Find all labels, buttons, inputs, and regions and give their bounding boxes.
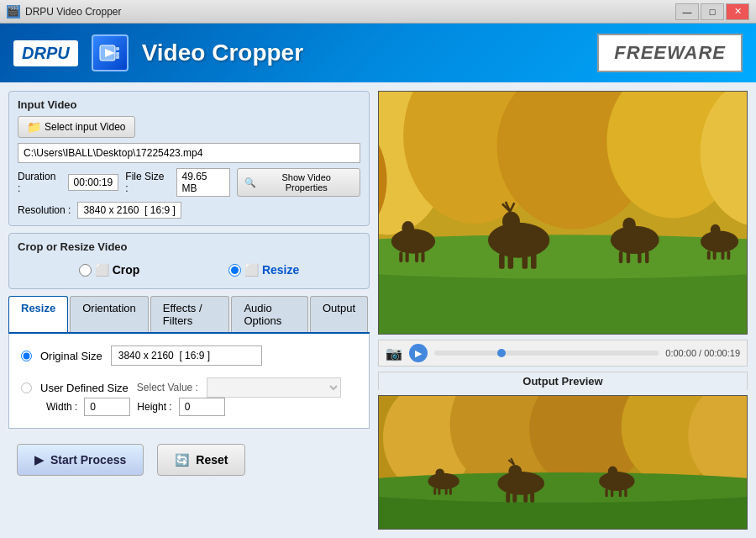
progress-bar[interactable] — [434, 351, 659, 356]
input-scene-svg — [379, 92, 747, 334]
svg-point-17 — [502, 212, 520, 232]
output-preview-label: Output Preview — [378, 372, 748, 390]
crop-radio[interactable] — [79, 264, 92, 277]
close-button[interactable]: ✕ — [726, 3, 749, 20]
svg-rect-61 — [523, 493, 528, 503]
svg-rect-67 — [438, 488, 440, 495]
resize-option[interactable]: ⬜ Resize — [228, 263, 299, 277]
svg-point-27 — [402, 221, 414, 235]
svg-point-63 — [428, 473, 459, 489]
crop-option[interactable]: ⬜ Crop — [79, 263, 140, 277]
svg-point-54 — [497, 472, 544, 495]
tabs-row: Resize Orientation Effects / Filters Aud… — [8, 296, 370, 334]
tabs-container: Resize Orientation Effects / Filters Aud… — [8, 296, 370, 429]
freeware-badge: FREEWARE — [597, 34, 743, 72]
select-value-label: Select Value : — [137, 382, 198, 393]
svg-rect-45 — [727, 251, 730, 260]
svg-point-56 — [508, 465, 522, 478]
file-path-input[interactable] — [18, 143, 360, 163]
height-input[interactable] — [179, 398, 225, 416]
input-video-title: Input Video — [18, 98, 360, 111]
svg-rect-69 — [449, 488, 452, 495]
reset-button[interactable]: 🔄 Reset — [157, 444, 245, 476]
resize-radio[interactable] — [228, 264, 241, 277]
show-video-properties-button[interactable]: 🔍 Show Video Properties — [237, 168, 360, 197]
width-input[interactable] — [84, 398, 130, 416]
svg-rect-75 — [619, 488, 622, 497]
user-defined-row: User Defined Size Select Value : — [21, 377, 357, 398]
original-size-value: 3840 x 2160 [ 16:9 ] — [111, 345, 262, 366]
select-value-dropdown[interactable] — [207, 377, 341, 398]
tab-content-resize: Original Size 3840 x 2160 [ 16:9 ] User … — [8, 334, 370, 429]
tab-orientation[interactable]: Orientation — [70, 296, 149, 332]
svg-rect-3 — [116, 52, 119, 55]
svg-rect-24 — [531, 253, 537, 268]
width-label: Width : — [46, 401, 77, 413]
svg-rect-4 — [116, 55, 119, 59]
height-label: Height : — [137, 401, 171, 413]
crop-resize-options: ⬜ Crop ⬜ Resize — [18, 258, 360, 282]
resolution-label: Resolution : — [18, 204, 71, 216]
user-defined-radio[interactable] — [21, 382, 32, 393]
svg-rect-29 — [406, 252, 409, 263]
svg-point-72 — [608, 467, 617, 477]
svg-rect-73 — [605, 488, 607, 497]
camera-icon[interactable]: 📷 — [386, 345, 402, 361]
select-input-video-button[interactable]: 📁 Select input Video — [18, 116, 135, 138]
svg-point-25 — [391, 229, 435, 253]
svg-rect-31 — [421, 252, 424, 263]
window-controls: — □ ✕ — [675, 3, 749, 20]
svg-rect-2 — [116, 47, 119, 50]
filesize-label: File Size : — [125, 171, 169, 194]
svg-point-34 — [622, 218, 636, 233]
crop-resize-section: Crop or Resize Video ⬜ Crop ⬜ Resize — [8, 233, 370, 289]
maximize-button[interactable]: □ — [701, 3, 724, 20]
tab-effects-filters[interactable]: Effects / Filters — [150, 296, 230, 332]
svg-rect-68 — [445, 488, 448, 495]
duration-label: Duration : — [18, 171, 61, 194]
svg-point-65 — [435, 468, 444, 477]
svg-rect-76 — [624, 488, 627, 497]
svg-rect-42 — [707, 251, 711, 260]
input-video-preview — [378, 91, 748, 335]
resize-label: Resize — [262, 263, 299, 277]
crop-label: Crop — [113, 263, 140, 277]
duration-value: 00:00:19 — [68, 174, 119, 191]
svg-point-70 — [599, 472, 634, 491]
svg-rect-22 — [508, 253, 514, 268]
crop-resize-title: Crop or Resize Video — [18, 240, 360, 253]
svg-rect-43 — [713, 251, 717, 260]
titlebar: 🎬 DRPU Video Cropper — □ ✕ — [0, 0, 756, 24]
svg-rect-60 — [512, 493, 517, 503]
playback-controls: 📷 ▶ 0:00:00 / 00:00:19 — [378, 340, 748, 367]
progress-thumb[interactable] — [497, 349, 506, 357]
tab-output[interactable]: Output — [310, 296, 368, 332]
crop-icon: ⬜ — [95, 263, 109, 277]
svg-rect-28 — [399, 252, 402, 263]
play-button[interactable]: ▶ — [409, 344, 428, 362]
svg-rect-74 — [611, 488, 613, 497]
filesize-value: 49.65 MB — [176, 168, 231, 197]
magnifier-icon: 🔍 — [244, 177, 256, 188]
start-icon: ▶ — [34, 453, 44, 467]
resize-icon: ⬜ — [244, 263, 259, 277]
tab-audio-options[interactable]: Audio Options — [231, 296, 308, 332]
original-size-radio[interactable] — [21, 351, 32, 361]
start-process-button[interactable]: ▶ Start Process — [17, 444, 144, 476]
svg-rect-44 — [722, 251, 725, 260]
input-video-section: Input Video 📁 Select input Video Duratio… — [8, 91, 370, 226]
drpu-logo: DRPU — [13, 40, 78, 66]
svg-rect-23 — [522, 253, 528, 268]
app-title: Video Cropper — [142, 40, 585, 66]
time-display: 0:00:00 / 00:00:19 — [665, 348, 740, 358]
svg-rect-38 — [645, 251, 648, 263]
app-icon: 🎬 — [7, 5, 20, 18]
svg-rect-62 — [530, 493, 534, 503]
app-header: DRPU Video Cropper FREEWARE — [0, 24, 756, 82]
minimize-button[interactable]: — — [675, 3, 699, 20]
size-options: Original Size 3840 x 2160 [ 16:9 ] User … — [21, 345, 357, 416]
tab-resize[interactable]: Resize — [8, 296, 68, 332]
svg-point-39 — [701, 231, 738, 253]
user-defined-label: User Defined Size — [40, 382, 129, 394]
svg-point-32 — [611, 226, 659, 254]
